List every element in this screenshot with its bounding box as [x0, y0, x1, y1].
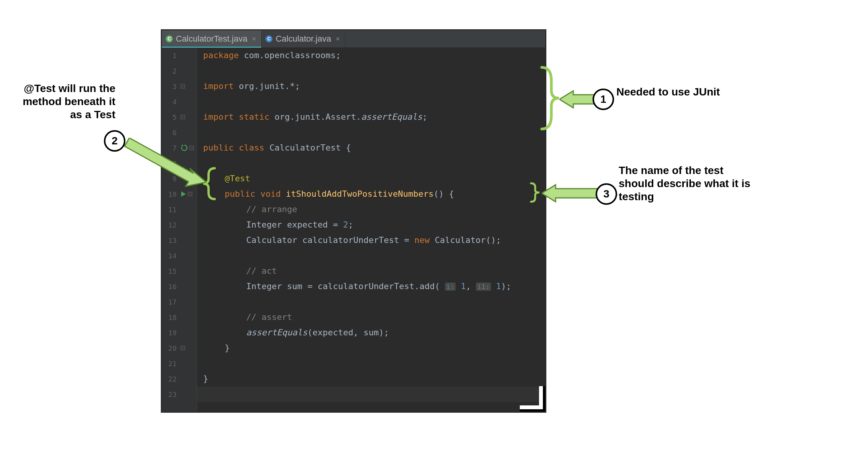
run-test-icon[interactable]	[180, 191, 187, 197]
line-number: 16	[164, 283, 177, 291]
arrow-icon	[122, 138, 206, 188]
gutter-row: 18	[162, 310, 197, 325]
badge-number: 1	[600, 93, 606, 105]
annotation-badge-2: 2	[104, 130, 125, 152]
gutter-row: 1	[162, 48, 197, 63]
class-file-icon: C	[166, 35, 173, 42]
gutter-row: 20	[162, 340, 197, 356]
code-line[interactable]: }	[203, 371, 545, 387]
editor: 1234567891011121314151617181920212223 pa…	[162, 48, 545, 412]
fold-icon[interactable]	[180, 84, 185, 89]
fold-icon[interactable]	[180, 346, 185, 350]
line-number: 17	[164, 298, 177, 306]
gutter-row: 17	[162, 294, 197, 310]
arrow-icon	[559, 89, 598, 110]
gutter-row: 15	[162, 263, 197, 279]
annotation-text-2: @Test will run the method beneath it as …	[18, 82, 115, 121]
line-number: 2	[164, 67, 177, 75]
line-number: 6	[164, 129, 177, 137]
code-line[interactable]: public void itShouldAddTwoPositiveNumber…	[203, 186, 545, 202]
code-line[interactable]: @Test	[203, 171, 545, 186]
arrow-icon	[542, 182, 599, 204]
badge-number: 2	[112, 135, 118, 147]
code-line[interactable]: import static org.junit.Assert.assertEqu…	[203, 109, 545, 125]
code-line[interactable]: package com.openclassrooms;	[203, 48, 545, 63]
gutter-row: 5	[162, 109, 197, 125]
gutter-row: 2	[162, 63, 197, 79]
code-line[interactable]: Integer expected = 2;	[203, 217, 545, 233]
fold-icon[interactable]	[188, 192, 192, 196]
line-number: 13	[164, 236, 177, 244]
gutter-row: 23	[162, 387, 197, 402]
line-number: 18	[164, 313, 177, 321]
diagram-stage: C CalculatorTest.java × C Calculator.jav…	[0, 0, 868, 462]
line-number: 23	[164, 390, 177, 398]
code-line[interactable]: import org.junit.*;	[203, 79, 545, 94]
close-icon[interactable]: ×	[336, 35, 340, 43]
annotation-text-1: Needed to use JUnit	[616, 85, 732, 99]
line-number: 10	[164, 190, 177, 198]
resize-corner	[520, 386, 546, 412]
editor-tabs: C CalculatorTest.java × C Calculator.jav…	[162, 30, 545, 48]
line-number: 21	[164, 360, 177, 368]
line-number: 4	[164, 98, 177, 106]
ide-window: C CalculatorTest.java × C Calculator.jav…	[162, 30, 546, 412]
close-icon[interactable]: ×	[252, 35, 256, 43]
tab-label: CalculatorTest.java	[176, 34, 247, 44]
gutter-row: 22	[162, 371, 197, 387]
code-line[interactable]: // arrange	[203, 202, 545, 217]
line-number: 19	[164, 329, 177, 337]
code-area[interactable]: package com.openclassrooms;import org.ju…	[197, 48, 545, 412]
line-number: 11	[164, 206, 177, 214]
tab-calculator-test[interactable]: C CalculatorTest.java ×	[162, 30, 262, 47]
gutter-row: 3	[162, 79, 197, 94]
annotation-text-3: The name of the test should describe wha…	[619, 164, 757, 203]
line-number: 1	[164, 52, 177, 60]
line-number: 14	[164, 252, 177, 260]
line-number: 12	[164, 221, 177, 229]
class-file-icon: C	[265, 35, 272, 42]
code-line[interactable]: public class CalculatorTest {	[203, 140, 545, 156]
brace-icon	[538, 65, 561, 131]
gutter-row: 19	[162, 325, 197, 340]
fold-icon[interactable]	[180, 115, 185, 119]
gutter-row: 16	[162, 279, 197, 294]
code-line[interactable]: Calculator calculatorUnderTest = new Cal…	[203, 233, 545, 248]
line-number: 3	[164, 82, 177, 90]
line-number: 20	[164, 344, 177, 352]
gutter-row: 4	[162, 94, 197, 109]
svg-marker-12	[559, 91, 598, 108]
line-number: 22	[164, 375, 177, 383]
brace-icon	[529, 182, 541, 203]
gutter-row: 10	[162, 186, 197, 202]
gutter-row: 12	[162, 217, 197, 233]
code-line[interactable]: // assert	[203, 310, 545, 325]
code-line[interactable]: Integer sum = calculatorUnderTest.add( i…	[203, 279, 545, 294]
line-number: 15	[164, 267, 177, 275]
tab-calculator[interactable]: C Calculator.java ×	[262, 30, 346, 47]
line-number: 5	[164, 113, 177, 121]
code-line[interactable]: }	[203, 340, 545, 356]
svg-marker-13	[125, 138, 206, 186]
gutter-row: 13	[162, 233, 197, 248]
badge-number: 3	[603, 188, 609, 200]
gutter-row: 21	[162, 356, 197, 371]
gutter-row: 11	[162, 202, 197, 217]
gutter: 1234567891011121314151617181920212223	[162, 48, 197, 412]
annotation-badge-1: 1	[593, 89, 614, 110]
svg-marker-7	[181, 191, 186, 197]
code-line[interactable]: assertEquals(expected, sum);	[203, 325, 545, 340]
tab-label: Calculator.java	[275, 34, 331, 44]
annotation-badge-3: 3	[596, 183, 617, 205]
current-line-highlight	[197, 387, 545, 402]
gutter-row: 14	[162, 248, 197, 263]
svg-marker-14	[542, 185, 599, 202]
code-line[interactable]: // act	[203, 263, 545, 279]
